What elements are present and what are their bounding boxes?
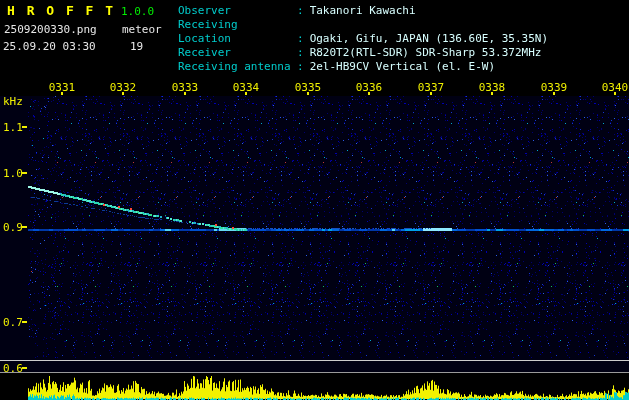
freq-tick-label: 0.9 (3, 221, 23, 234)
mode-label: meteor (122, 23, 162, 36)
time-tick-label: 0335 (294, 81, 322, 94)
datetime-label: 25.09.20 03:30 (3, 40, 96, 53)
time-tick-label: 0331 (48, 81, 76, 94)
time-tick-label: 0333 (171, 81, 199, 94)
time-tick-label: 0336 (355, 81, 383, 94)
filename-label: 2509200330.png (4, 23, 97, 36)
info-value: R820T2(RTL-SDR) SDR-Sharp 53.372MHz (310, 46, 542, 59)
info-separator: : (297, 4, 304, 17)
time-tick-label: 0337 (417, 81, 445, 94)
time-tick-label: 0340 (601, 81, 629, 94)
time-tick-label: 0332 (109, 81, 137, 94)
info-label: Observer (178, 4, 297, 18)
hrofft-screen: H R O F F T 1.0.0 2509200330.png meteor … (0, 0, 629, 400)
info-row: Observer:Takanori Kawachi (178, 4, 548, 18)
info-row: Receiving Location:Ogaki, Gifu, JAPAN (1… (178, 18, 548, 46)
info-row: Receiver:R820T2(RTL-SDR) SDR-Sharp 53.37… (178, 46, 548, 60)
info-value: Ogaki, Gifu, JAPAN (136.60E, 35.35N) (310, 32, 548, 45)
info-value: 2el-HB9CV Vertical (el. E-W) (310, 60, 495, 73)
freq-axis-unit: kHz (3, 95, 23, 108)
time-tick-label: 0338 (478, 81, 506, 94)
info-separator: : (297, 60, 304, 73)
info-label: Receiver (178, 46, 297, 60)
info-value: Takanori Kawachi (310, 4, 416, 17)
time-tick-label: 0334 (232, 81, 260, 94)
echo-count-label: 19 (130, 40, 143, 53)
info-label: Receiving Location (178, 18, 297, 46)
info-separator: : (297, 32, 304, 45)
info-label: Receiving antenna (178, 60, 297, 74)
freq-tick-label: 1.1 (3, 121, 23, 134)
app-title: H R O F F T (7, 3, 115, 18)
header-info: Observer:Takanori Kawachi Receiving Loca… (178, 4, 548, 74)
info-row: Receiving antenna:2el-HB9CV Vertical (el… (178, 60, 548, 74)
freq-tick-label: 0.7 (3, 316, 23, 329)
app-version: 1.0.0 (121, 5, 154, 18)
time-tick-label: 0339 (540, 81, 568, 94)
info-separator: : (297, 46, 304, 59)
freq-tick-label: 1.0 (3, 167, 23, 180)
freq-tick-label: 0.6 (3, 362, 23, 375)
